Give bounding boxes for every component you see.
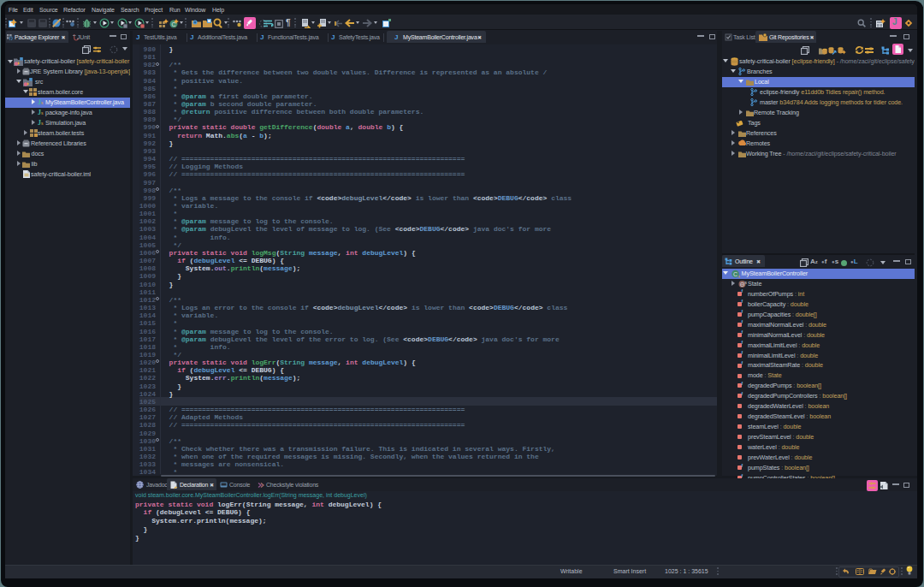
svg-text:C: C (733, 271, 737, 277)
svg-text:Θ: Θ (740, 282, 744, 288)
svg-text:s: s (745, 280, 748, 285)
svg-text:s: s (738, 274, 740, 278)
